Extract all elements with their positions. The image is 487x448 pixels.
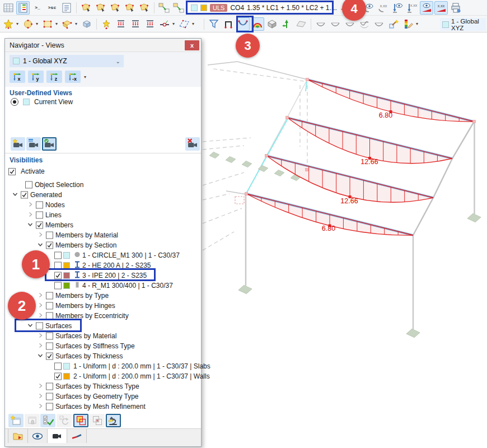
new-surface-icon-caret[interactable]: ▾: [75, 21, 79, 26]
tree-collapse-icon[interactable]: [38, 241, 43, 249]
script-console-icon[interactable]: >sc: [45, 1, 59, 15]
select-all-button[interactable]: [40, 414, 55, 427]
deformation-display-1-icon[interactable]: [314, 17, 327, 31]
filter-icon[interactable]: [207, 17, 221, 31]
tree-checkbox[interactable]: [25, 181, 32, 189]
tree-item-generated[interactable]: Generated: [5, 190, 201, 200]
section-view-icon[interactable]: [222, 17, 235, 31]
current-view-option[interactable]: Current View: [11, 98, 73, 106]
detail-view-button[interactable]: [106, 414, 121, 427]
tree-item-label[interactable]: Members by Hinges: [55, 302, 115, 310]
invert-selection-button[interactable]: [57, 414, 72, 427]
panel-options-icon-caret[interactable]: ▾: [416, 21, 420, 26]
tree-item-label[interactable]: Members by Section: [55, 241, 116, 249]
tree-expand-icon[interactable]: [27, 201, 33, 209]
new-rectangle-icon[interactable]: [41, 17, 54, 31]
tree-item-nodes[interactable]: Nodes: [5, 200, 201, 210]
console-icon[interactable]: >_: [31, 1, 44, 15]
tree-item-surfaces-by-stiffness-type[interactable]: Surfaces by Stiffness Type: [5, 341, 201, 351]
result-plane-icon[interactable]: [294, 17, 308, 31]
new-node-icon-caret[interactable]: ▾: [16, 21, 21, 26]
tree-expand-icon[interactable]: [38, 403, 43, 410]
save-view-camera-button[interactable]: [26, 137, 41, 151]
tree-item-label[interactable]: Nodes: [45, 201, 65, 209]
deformation-display-2-icon[interactable]: [329, 17, 342, 31]
work-plane-icon-caret[interactable]: ▾: [192, 21, 196, 26]
activate-checkbox[interactable]: [8, 168, 16, 175]
select-polygon-icon[interactable]: [79, 1, 93, 15]
resize-results-icon[interactable]: [280, 17, 293, 31]
tab-data[interactable]: [8, 429, 28, 444]
tree-item-label[interactable]: 1 - CIRCLE_M1 300 | 1 - C30/37: [82, 251, 180, 259]
tree-expand-icon[interactable]: [38, 393, 43, 400]
tree-checkbox[interactable]: [46, 292, 53, 300]
tree-collapse-icon[interactable]: [38, 352, 43, 360]
tree-item-label[interactable]: 1 - Uniform | d : 200.0 mm | 1 - C30/37 …: [73, 362, 210, 370]
tree-checkbox[interactable]: [36, 212, 43, 219]
tree-item-label[interactable]: Members by Material: [55, 231, 118, 239]
tree-item-label[interactable]: Surfaces by Thickness: [55, 352, 123, 360]
tree-expand-icon[interactable]: [38, 231, 43, 239]
new-sphere-icon-caret[interactable]: ▾: [36, 21, 40, 26]
tables-icon[interactable]: [2, 1, 15, 15]
tree-expand-icon[interactable]: [38, 302, 43, 310]
tree-item-label[interactable]: Members by Type: [55, 292, 109, 300]
surface-load-icon[interactable]: [129, 17, 142, 31]
tree-checkbox[interactable]: [21, 192, 28, 199]
deformation-display-5-icon[interactable]: [372, 17, 386, 31]
tree-collapse-icon[interactable]: [12, 191, 18, 199]
panel-view-combobox[interactable]: 1 - Global XYZ ⌄: [10, 55, 124, 67]
union-mode-button[interactable]: [90, 414, 105, 427]
view-axis-y-button[interactable]: y: [28, 71, 44, 83]
new-visibility-button[interactable]: [8, 414, 24, 427]
tree-item-label[interactable]: Surfaces by Geometry Type: [55, 393, 139, 400]
new-view-camera-button[interactable]: [11, 137, 25, 151]
show-view-camera-button[interactable]: [42, 137, 57, 151]
view-axis--x-button[interactable]: -x: [65, 71, 81, 83]
tree-item-surfaces-by-material[interactable]: Surfaces by Material: [5, 331, 201, 341]
new-rectangle-icon-caret[interactable]: ▾: [55, 21, 60, 26]
tree-checkbox[interactable]: [46, 383, 53, 390]
tree-item-label[interactable]: Lines: [45, 211, 62, 219]
tree-checkbox[interactable]: [46, 343, 53, 350]
tree-expand-icon[interactable]: [27, 211, 33, 219]
view-axis-z-button[interactable]: z: [46, 71, 62, 83]
tree-checkbox[interactable]: [36, 222, 43, 229]
tree-collapse-icon[interactable]: [27, 221, 33, 229]
navigator-panel-icon[interactable]: [16, 1, 30, 15]
tree-checkbox[interactable]: [46, 232, 53, 239]
work-plane-icon[interactable]: [177, 17, 191, 31]
tree-item-object-selection[interactable]: Object Selection: [5, 180, 201, 190]
tree-item-2-uniform-d-200-0-mm-1-c30-37-walls[interactable]: 2 - Uniform | d : 200.0 mm | 1 - C30/37 …: [5, 371, 201, 381]
panel-options-icon[interactable]: [401, 17, 415, 31]
select-circular-icon[interactable]: [109, 1, 122, 15]
new-node-icon[interactable]: [2, 17, 15, 31]
activate-checkbox-row[interactable]: Activate: [8, 167, 45, 175]
tree-checkbox[interactable]: [54, 373, 62, 380]
result-diagram-values-icon[interactable]: x.xx: [434, 1, 448, 15]
tree-item-label[interactable]: Members: [45, 221, 73, 229]
member-hinge-icon-caret[interactable]: ▾: [172, 21, 177, 26]
view-combobox[interactable]: 1 - Global XYZ: [440, 18, 486, 31]
tab-views[interactable]: [47, 429, 67, 444]
regenerate-model-icon[interactable]: [172, 1, 185, 15]
new-surface-icon[interactable]: [60, 17, 74, 31]
tree-checkbox[interactable]: [46, 393, 53, 400]
view-axis-x-button[interactable]: x: [10, 71, 25, 83]
tree-item-members[interactable]: Members: [5, 220, 201, 230]
tree-item-lines[interactable]: Lines: [5, 210, 201, 220]
result-diagrams-icon[interactable]: [420, 1, 433, 15]
new-block-icon[interactable]: [80, 17, 93, 31]
intersection-mode-button[interactable]: [73, 414, 88, 427]
results-on-deformed-icon[interactable]: [391, 1, 404, 15]
tree-expand-icon[interactable]: [38, 382, 43, 390]
solid-rendering-icon[interactable]: [265, 17, 279, 31]
tree-checkbox[interactable]: [54, 282, 62, 290]
model-check-icon[interactable]: [157, 1, 171, 15]
tree-item-label[interactable]: Surfaces by Material: [55, 332, 116, 340]
tree-checkbox[interactable]: [46, 333, 53, 340]
member-hinge-icon[interactable]: [158, 17, 171, 31]
radio-selected-icon[interactable]: [11, 98, 18, 106]
values-on-deformed-icon[interactable]: x.xx: [405, 1, 419, 15]
printout-report-icon[interactable]: [449, 1, 462, 15]
